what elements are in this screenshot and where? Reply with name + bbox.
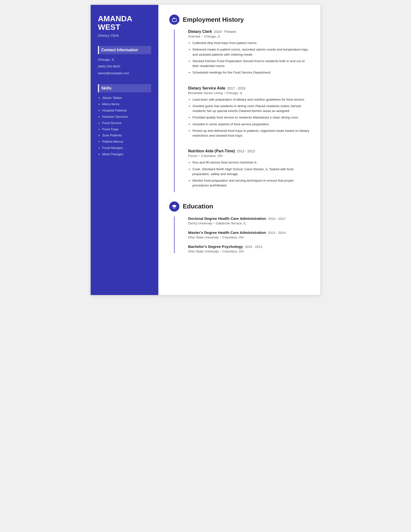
job-years: 2012 - 2013 bbox=[237, 149, 255, 153]
education-title: Education bbox=[183, 203, 213, 210]
education-timeline: Doctoral Degree Health Care Administrati… bbox=[174, 216, 309, 253]
contact-section: Contact Information Chicago, IL (940) 55… bbox=[98, 46, 151, 76]
edu-years: 2013 - 2014 bbox=[268, 231, 286, 235]
candidate-name: AMANDA WEST bbox=[98, 15, 151, 31]
job-block: Dietary Clerk2019 - PresentAramark•Chica… bbox=[188, 29, 309, 79]
job-title: Nutrition Aide (Part-Time) bbox=[188, 149, 235, 153]
employment-timeline: Dietary Clerk2019 - PresentAramark•Chica… bbox=[174, 29, 309, 192]
skill-item: Menu Items bbox=[102, 102, 151, 107]
job-bullet: Provided quality food service to residen… bbox=[192, 115, 309, 120]
candidate-title: Dietary Clerk bbox=[98, 33, 151, 38]
job-company: Aramark•Chicago, IL bbox=[188, 35, 309, 38]
job-title-row: Dietary Service Aide2017 - 2019 bbox=[188, 86, 309, 90]
job-company: Brookdale Senior Living•Chicago, IL bbox=[188, 91, 309, 95]
skill-item: Nutrition Services bbox=[102, 115, 151, 119]
edu-degree: Bachelor's Degree Psychology bbox=[188, 245, 243, 249]
contact-city: Chicago, IL bbox=[98, 57, 151, 62]
job-bullet: Monitor food preparation and serving tec… bbox=[192, 178, 309, 188]
contact-phone: (940) 555-8820 bbox=[98, 64, 151, 69]
job-bullet: Picked up and delivered food trays to pa… bbox=[192, 128, 309, 138]
job-title: Dietary Clerk bbox=[188, 29, 212, 34]
job-title-row: Dietary Clerk2019 - Present bbox=[188, 29, 309, 34]
contact-section-title: Contact Information bbox=[98, 46, 151, 54]
job-bullet: Collected dirty food trays from patient … bbox=[192, 41, 309, 46]
education-header: Education bbox=[169, 201, 309, 212]
job-bullet: Assisted in some aspects of food service… bbox=[192, 122, 309, 127]
education-section: Education Doctoral Degree Health Care Ad… bbox=[169, 201, 309, 253]
job-bullet: Delivered meals to patient rooms, record… bbox=[192, 47, 309, 57]
contact-email: awest@example.com bbox=[98, 71, 151, 76]
job-bullet: Cook, Glenbard North High School, Carol … bbox=[192, 167, 309, 177]
job-bullet: Run and fill various food service machin… bbox=[192, 160, 309, 165]
job-bullet: Greeted guest Sat residents in dining ro… bbox=[192, 104, 309, 114]
skill-item: Sure Patients bbox=[102, 133, 151, 138]
skills-list: Steam TablesMenu ItemsHospital PatientsN… bbox=[98, 96, 151, 157]
job-company: Forum•Columbus, OH bbox=[188, 154, 309, 158]
employment-title: Employment History bbox=[183, 16, 244, 23]
edu-block: Doctoral Degree Health Care Administrati… bbox=[188, 216, 309, 225]
edu-degree: Doctoral Degree Health Care Administrati… bbox=[188, 216, 266, 221]
skill-item: Patient Menus bbox=[102, 140, 151, 144]
skill-item: Hospital Patients bbox=[102, 108, 151, 113]
job-title-row: Nutrition Aide (Part-Time)2012 - 2013 bbox=[188, 149, 309, 153]
job-bullets: Collected dirty food trays from patient … bbox=[188, 41, 309, 75]
skills-section: Skills Steam TablesMenu ItemsHospital Pa… bbox=[98, 84, 151, 157]
graduation-icon bbox=[169, 201, 179, 212]
job-bullet: Scheduled meetings for the Food Service … bbox=[192, 70, 309, 75]
skill-item: Food Allergies bbox=[102, 146, 151, 150]
job-years: 2019 - Present bbox=[214, 30, 236, 34]
edu-years: 2010 - 2013 bbox=[245, 245, 262, 249]
job-bullet: Lead team with preparation of dietary an… bbox=[192, 97, 309, 102]
edu-years: 2014 - 2017 bbox=[268, 217, 286, 220]
edu-block: Bachelor's Degree Psychology2010 - 2013O… bbox=[188, 245, 309, 253]
edu-title-row: Master's Degree Health Care Administrati… bbox=[188, 230, 309, 235]
job-block: Nutrition Aide (Part-Time)2012 - 2013For… bbox=[188, 149, 309, 192]
resume-container: AMANDA WEST Dietary Clerk Contact Inform… bbox=[91, 5, 320, 295]
skill-item: Food Trays bbox=[102, 127, 151, 132]
job-title: Dietary Service Aide bbox=[188, 86, 225, 90]
employment-header: Employment History bbox=[169, 15, 309, 25]
edu-school: Ohio State University•Columbus, OH bbox=[188, 236, 309, 239]
skills-section-title: Skills bbox=[98, 84, 151, 92]
skill-item: Food Service bbox=[102, 121, 151, 125]
sidebar: AMANDA WEST Dietary Clerk Contact Inform… bbox=[91, 5, 158, 295]
job-years: 2017 - 2019 bbox=[227, 86, 245, 90]
job-bullets: Lead team with preparation of dietary an… bbox=[188, 97, 309, 138]
edu-school: DeVry University•Oakbrook Terrace, IL bbox=[188, 221, 309, 225]
skill-item: Meal Changes bbox=[102, 152, 151, 157]
job-block: Dietary Service Aide2017 - 2019Brookdale… bbox=[188, 86, 309, 142]
employment-section: Employment History Dietary Clerk2019 - P… bbox=[169, 15, 309, 192]
job-bullet: Stocked Kitchen Food Preparation Served … bbox=[192, 59, 309, 69]
edu-block: Master's Degree Health Care Administrati… bbox=[188, 230, 309, 239]
edu-degree: Master's Degree Health Care Administrati… bbox=[188, 230, 266, 235]
skill-item: Steam Tables bbox=[102, 96, 151, 100]
edu-title-row: Doctoral Degree Health Care Administrati… bbox=[188, 216, 309, 221]
job-bullets: Run and fill various food service machin… bbox=[188, 160, 309, 188]
edu-school: Ohio State University•Columbus, OH bbox=[188, 249, 309, 253]
main-content: Employment History Dietary Clerk2019 - P… bbox=[158, 5, 320, 295]
edu-title-row: Bachelor's Degree Psychology2010 - 2013 bbox=[188, 245, 309, 249]
briefcase-icon bbox=[169, 15, 179, 25]
